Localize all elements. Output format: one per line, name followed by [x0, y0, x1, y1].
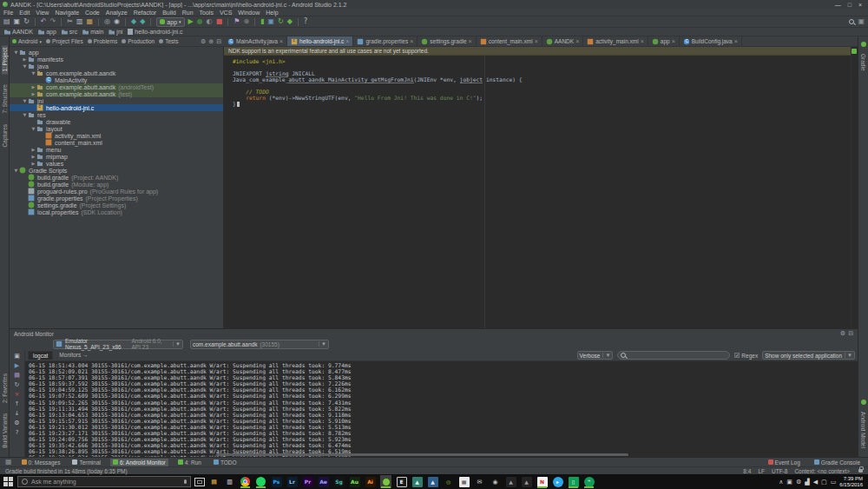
- collapsed-arrow-icon[interactable]: ▶: [30, 91, 36, 96]
- tool-button-gradle[interactable]: Gradle: [860, 54, 866, 71]
- menu-analyze[interactable]: Analyze: [106, 10, 128, 16]
- monitor-settings-icon[interactable]: ⚙: [840, 330, 845, 337]
- editor-tab-mainactivity-java[interactable]: MainActivity.java×: [224, 36, 287, 46]
- avd-manager-icon[interactable]: ▮: [260, 18, 264, 25]
- tray-volume-icon[interactable]: ◀: [813, 479, 818, 486]
- close-icon[interactable]: ×: [672, 38, 675, 44]
- open-icon[interactable]: ▤: [3, 18, 10, 25]
- close-icon[interactable]: ×: [535, 38, 538, 44]
- audition-icon[interactable]: Au: [349, 475, 360, 488]
- logcat-help-icon[interactable]: ?: [16, 429, 19, 436]
- editor-tab-aandk[interactable]: AANDK×: [542, 36, 584, 46]
- monitor-tab-logcat[interactable]: logcat: [28, 351, 53, 360]
- collapsed-arrow-icon[interactable]: ▶: [22, 56, 28, 62]
- log-line[interactable]: 06-15 19:23:27.171 30155-30161/com.examp…: [29, 430, 858, 436]
- menu-window[interactable]: Window: [238, 10, 260, 16]
- forward-icon[interactable]: ◆: [140, 18, 145, 25]
- code-line[interactable]: [233, 83, 858, 89]
- tree-item-com-example-abutt-aandk[interactable]: ▼com.example.abutt.aandk: [10, 69, 223, 76]
- redo-icon[interactable]: ↷: [50, 18, 56, 25]
- tree-item-java[interactable]: ▼java: [10, 63, 223, 69]
- tool-button-1-project[interactable]: 1: Project: [2, 45, 8, 74]
- close-icon[interactable]: ×: [279, 38, 283, 44]
- tree-item-manifests[interactable]: ▶manifests: [10, 56, 223, 63]
- layout-inspector-icon[interactable]: ▤: [14, 372, 20, 379]
- tray-settings-icon[interactable]: ⚙: [796, 479, 801, 486]
- tree-item-local-properties[interactable]: local.properties(SDK Location): [10, 208, 223, 215]
- editor-tab-hello-android-jni-c[interactable]: hello-android-jni.c×: [287, 36, 353, 46]
- minimize-button[interactable]: —: [835, 2, 841, 8]
- editor-tab-buildconfig-java[interactable]: BuildConfig.java×: [680, 36, 742, 46]
- gradle-sync-icon[interactable]: ↻: [278, 18, 284, 25]
- tree-item-mipmap[interactable]: ▶mipmap: [10, 153, 223, 160]
- editor-tab-gradle-properties[interactable]: gradle.properties×: [353, 36, 418, 46]
- editor-scrollbar[interactable]: [851, 47, 858, 328]
- logcat-output[interactable]: 06-15 18:51:43.004 30155-30161/com.examp…: [25, 361, 858, 457]
- tray-keyboard-icon[interactable]: ▭: [831, 479, 837, 486]
- collapsed-arrow-icon[interactable]: ▶: [30, 154, 36, 159]
- breadcrumb-app[interactable]: app: [38, 29, 56, 35]
- tool-window-button-gradle-console[interactable]: Gradle Console: [812, 459, 863, 466]
- tool-window-toggle-icon[interactable]: ▦: [5, 459, 12, 466]
- scope-tab-production[interactable]: Production: [122, 38, 155, 44]
- mail-icon[interactable]: ✉: [474, 475, 485, 488]
- logcat-settings-icon[interactable]: ⚙: [14, 420, 19, 426]
- close-icon[interactable]: ×: [734, 38, 738, 44]
- sync-icon[interactable]: ↻: [23, 18, 30, 25]
- screenshot-camera-icon[interactable]: ▣: [14, 353, 20, 360]
- photos-peaks-icon[interactable]: ▲: [505, 475, 516, 488]
- tree-item-layout[interactable]: ▼layout: [10, 125, 223, 132]
- tray-network-icon[interactable]: ▟: [805, 479, 809, 486]
- scope-tab-problems[interactable]: Problems: [88, 38, 117, 44]
- lightroom-icon[interactable]: Lr: [286, 475, 298, 488]
- close-icon[interactable]: ×: [641, 38, 644, 44]
- file-explorer-icon[interactable]: ▤: [208, 475, 220, 488]
- status-message[interactable]: Gradle build finished in 1s 48ms (today …: [5, 468, 128, 474]
- menu-view[interactable]: View: [36, 10, 49, 16]
- expanded-arrow-icon[interactable]: ▼: [30, 70, 36, 76]
- maximize-button[interactable]: □: [848, 2, 852, 8]
- editor-tab-settings-gradle[interactable]: settings.gradle×: [418, 36, 476, 46]
- tree-item-activity-main-xml[interactable]: activity_main.xml: [10, 132, 223, 139]
- epic-games-icon[interactable]: E: [396, 475, 407, 488]
- log-line[interactable]: 06-15 19:09:52.265 30155-30161/com.examp…: [29, 400, 858, 406]
- log-line[interactable]: 06-15 18:57:07.391 30155-30161/com.examp…: [29, 374, 858, 380]
- paste-icon[interactable]: ▦: [87, 18, 94, 25]
- close-button[interactable]: ×: [858, 2, 862, 8]
- log-level-selector[interactable]: Verbose ▼: [577, 351, 614, 360]
- tree-item-proguard-rules-pro[interactable]: proguard-rules.pro(ProGuard Rules for ap…: [10, 188, 223, 195]
- tree-item-res[interactable]: ▼res: [10, 111, 223, 118]
- monitor-tab-monitors[interactable]: Monitors →: [55, 351, 92, 360]
- run-icon[interactable]: ▶: [188, 18, 194, 25]
- profiler-flag-icon[interactable]: ⚑: [233, 18, 240, 25]
- expanded-arrow-icon[interactable]: ▼: [13, 168, 19, 173]
- settings-icon[interactable]: ⚙: [201, 38, 206, 45]
- tool-button-2-favorites[interactable]: 2: Favorites: [2, 373, 8, 403]
- build-variants-icon[interactable]: ◆: [287, 18, 293, 25]
- monitor-hide-icon[interactable]: ⊟: [848, 330, 853, 337]
- toolbar-misc-icon[interactable]: ▣: [858, 18, 865, 25]
- tree-item-menu[interactable]: ▶menu: [10, 146, 223, 153]
- tree-item-jni[interactable]: ▼jni: [10, 97, 223, 104]
- menu-edit[interactable]: Edit: [19, 10, 30, 16]
- save-all-icon[interactable]: ▣: [14, 18, 21, 25]
- spotify-icon[interactable]: [255, 475, 266, 488]
- context-indicator[interactable]: Context: <no context>: [794, 468, 850, 474]
- tree-item-settings-gradle[interactable]: settings.gradle(Project Settings): [10, 202, 223, 208]
- log-line[interactable]: 06-15 19:21:30.012 30155-30161/com.examp…: [29, 424, 858, 430]
- tree-item-content-main-xml[interactable]: content_main.xml: [10, 139, 223, 146]
- photoshop-icon[interactable]: Ps: [271, 475, 282, 488]
- code-line[interactable]: return (*env)->NewStringUTF(env, "Hello …: [233, 95, 858, 101]
- code-line[interactable]: JNIEXPORT jstring JNICALL: [233, 70, 858, 76]
- tree-item-com-example-abutt-aandk[interactable]: ▶com.example.abutt.aandk(androidTest): [10, 83, 223, 90]
- netflix-icon[interactable]: N: [536, 475, 548, 488]
- menu-navigate[interactable]: Navigate: [55, 10, 79, 16]
- caret-position[interactable]: 8:4: [743, 468, 751, 474]
- collapsed-arrow-icon[interactable]: ▶: [30, 84, 36, 89]
- log-line[interactable]: 06-15 18:52:09.021 30155-30161/com.examp…: [29, 368, 858, 374]
- hangouts-door-icon[interactable]: ▯: [568, 475, 579, 488]
- tool-button-7-structure[interactable]: 7: Structure: [2, 84, 8, 114]
- hangouts-bubble-icon[interactable]: ": [583, 475, 595, 488]
- project-view-selector[interactable]: Android ▾: [12, 38, 42, 44]
- log-line[interactable]: 06-15 19:13:04.653 30155-30161/com.examp…: [29, 412, 858, 418]
